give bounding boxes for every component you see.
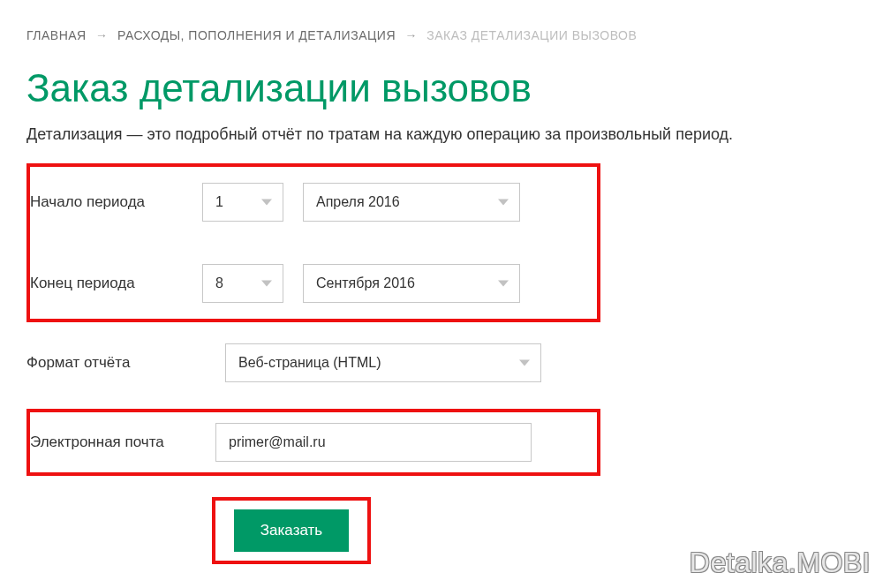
start-period-label: Начало периода bbox=[30, 193, 202, 211]
submit-highlight-box: Заказать bbox=[212, 497, 371, 564]
format-select[interactable]: Веб-страница (HTML) bbox=[225, 343, 541, 382]
end-month-value: Сентября 2016 bbox=[316, 275, 415, 291]
end-period-row: Конец периода 8 Сентября 2016 bbox=[30, 264, 586, 303]
start-day-select[interactable]: 1 bbox=[202, 183, 283, 222]
end-month-select[interactable]: Сентября 2016 bbox=[303, 264, 520, 303]
end-period-label: Конец периода bbox=[30, 275, 202, 292]
breadcrumb-current: ЗАКАЗ ДЕТАЛИЗАЦИИ ВЫЗОВОВ bbox=[426, 28, 637, 42]
end-day-value: 8 bbox=[215, 275, 223, 291]
format-label: Формат отчёта bbox=[26, 354, 225, 372]
format-value: Веб-страница (HTML) bbox=[238, 355, 381, 371]
breadcrumb-section[interactable]: РАСХОДЫ, ПОПОЛНЕНИЯ И ДЕТАЛИЗАЦИЯ bbox=[117, 28, 396, 42]
start-month-value: Апреля 2016 bbox=[316, 194, 400, 210]
period-highlight-box: Начало периода 1 Апреля 2016 Конец перио… bbox=[26, 163, 600, 322]
watermark: Detalka.MOBI bbox=[690, 547, 871, 579]
start-month-select[interactable]: Апреля 2016 bbox=[303, 183, 520, 222]
start-day-value: 1 bbox=[215, 194, 223, 210]
breadcrumb-separator: → bbox=[404, 28, 418, 42]
chevron-down-icon bbox=[519, 360, 530, 366]
chevron-down-icon bbox=[261, 200, 272, 206]
email-field[interactable]: primer@mail.ru bbox=[215, 423, 532, 462]
format-row: Формат отчёта Веб-страница (HTML) bbox=[26, 343, 857, 382]
breadcrumb-separator: → bbox=[95, 28, 109, 42]
email-highlight-box: Электронная почта primer@mail.ru bbox=[26, 409, 600, 476]
email-row: Электронная почта primer@mail.ru bbox=[30, 423, 586, 462]
intro-text: Детализация — это подробный отчёт по тра… bbox=[26, 125, 857, 144]
page-title: Заказ детализации вызовов bbox=[26, 67, 857, 109]
email-label: Электронная почта bbox=[30, 433, 215, 451]
start-period-row: Начало периода 1 Апреля 2016 bbox=[30, 183, 586, 222]
chevron-down-icon bbox=[261, 281, 272, 287]
chevron-down-icon bbox=[498, 281, 509, 287]
submit-button[interactable]: Заказать bbox=[234, 509, 349, 552]
end-day-select[interactable]: 8 bbox=[202, 264, 283, 303]
email-value: primer@mail.ru bbox=[229, 434, 326, 450]
breadcrumb-home[interactable]: ГЛАВНАЯ bbox=[26, 28, 87, 42]
breadcrumb: ГЛАВНАЯ → РАСХОДЫ, ПОПОЛНЕНИЯ И ДЕТАЛИЗА… bbox=[26, 28, 857, 42]
chevron-down-icon bbox=[498, 200, 509, 206]
